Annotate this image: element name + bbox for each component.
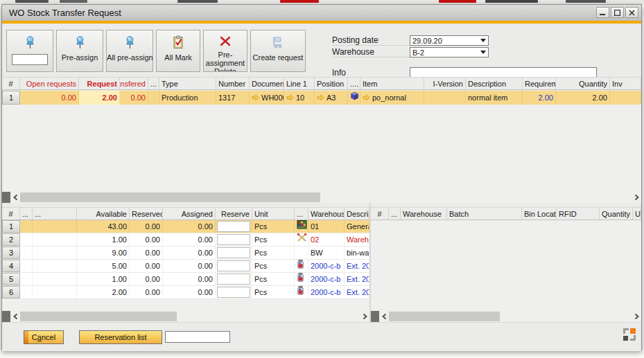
col-i-version[interactable]: I-Version (424, 78, 466, 89)
col-row-number[interactable]: # (2, 78, 20, 89)
pre-assign-button[interactable]: Pre-assign (56, 30, 103, 72)
row-number-button[interactable]: 5 (2, 273, 20, 285)
row-number-button[interactable]: 2 (2, 233, 20, 246)
scrollbar-track[interactable] (20, 192, 632, 203)
col-line-1[interactable]: Line 1 (284, 78, 315, 89)
reservation-list-button[interactable]: Reservation list (79, 330, 162, 344)
reserve-input[interactable] (217, 247, 250, 258)
cell-reserve (216, 260, 252, 272)
col-type[interactable]: Type (159, 78, 216, 89)
row-number-button[interactable]: 4 (2, 260, 20, 272)
col-reserve[interactable]: Reserve (216, 208, 252, 220)
col-dots[interactable]: ... (389, 208, 401, 220)
scroll-right-button[interactable] (360, 311, 369, 322)
all-pre-assign-button[interactable]: All pre-assign (106, 30, 153, 72)
col-dots[interactable]: ... (148, 78, 159, 89)
reserve-input[interactable] (217, 234, 250, 245)
link-arrow-icon[interactable] (286, 94, 294, 101)
scroll-right-button[interactable] (632, 311, 641, 322)
reserve-input[interactable] (217, 287, 250, 298)
scrollbar-thumb[interactable] (389, 312, 500, 321)
scroll-left-button[interactable] (379, 311, 389, 322)
col-available[interactable]: Available (77, 208, 130, 220)
close-button[interactable] (625, 7, 638, 18)
maximize-button[interactable] (611, 7, 624, 18)
table-row[interactable]: 1 0.00 2.00 0.00 Production 1317 WH000 1… (2, 91, 641, 105)
all-mark-button[interactable]: All Mark (156, 30, 200, 72)
col-description[interactable]: Descriptio (345, 208, 369, 220)
col-item[interactable]: Item (360, 78, 424, 89)
reserve-input[interactable] (217, 274, 250, 285)
col-open-requests[interactable]: Open requests (20, 78, 79, 89)
col-description[interactable]: Description (466, 78, 523, 89)
col-position[interactable]: Position (315, 78, 348, 89)
warehouse-dropdown[interactable]: B-2 (410, 47, 489, 57)
scrollbar-track[interactable] (20, 311, 360, 322)
table-row[interactable]: 2 1.00 0.00 0.00 Pcs 02 Warehous (2, 233, 369, 247)
col-uom[interactable]: Uo (633, 208, 641, 220)
col-row-number[interactable]: # (2, 208, 20, 220)
line-link[interactable]: 10 (296, 91, 304, 105)
col-rfid[interactable]: RFID (557, 208, 600, 220)
table-row[interactable]: 3 9.00 0.00 0.00 Pcs BW bin-wareh (2, 247, 369, 260)
col-dots[interactable]: ... (33, 208, 77, 220)
position-link[interactable]: A3 (327, 91, 336, 105)
cell-warehouse: 2000-c-b (308, 286, 345, 298)
cancel-button[interactable]: Cancel (24, 330, 64, 344)
row-number-button[interactable]: 1 (2, 91, 20, 105)
footer-input[interactable] (165, 331, 230, 343)
app-logo-icon (623, 328, 636, 341)
col-unit[interactable]: Unit (252, 208, 295, 220)
col-warehouse[interactable]: Warehous (308, 208, 345, 220)
posting-date-dropdown[interactable]: 29.09.20 (410, 35, 489, 46)
item-link[interactable]: po_nornal (372, 91, 406, 105)
link-arrow-icon[interactable] (363, 94, 370, 101)
col-requirement[interactable]: Requirement (523, 78, 556, 89)
scroll-right-button[interactable] (632, 192, 641, 203)
scrollbar-thumb[interactable] (20, 193, 320, 202)
col-reserved[interactable]: Reserved (130, 208, 163, 220)
col-request[interactable]: Request (79, 78, 120, 89)
pre-assignment-delete-button[interactable]: Pre-assignment Delete (203, 30, 247, 72)
row-number-button[interactable]: 1 (2, 220, 20, 233)
row-number-button[interactable]: 3 (2, 247, 20, 259)
table-row[interactable]: 6 2.00 0.00 0.00 Pcs 2000-c-b Ext. 2000- (2, 286, 369, 299)
link-arrow-icon[interactable] (252, 94, 259, 101)
col-quantity[interactable]: Quantity (556, 78, 610, 89)
minimize-button[interactable] (596, 7, 609, 18)
col-assigned[interactable]: Assigned (163, 208, 216, 220)
scrollbar-thumb[interactable] (20, 312, 177, 321)
col-document[interactable]: Document (250, 78, 284, 89)
col-dots[interactable]: ... (295, 208, 308, 220)
col-row-number[interactable]: # (371, 208, 389, 220)
warehouse-crate-icon (297, 220, 307, 233)
create-request-button[interactable]: Create request (250, 30, 306, 72)
col-dots[interactable]: ... (20, 208, 33, 220)
col-number[interactable]: Number (216, 78, 250, 89)
document-link[interactable]: WH000 (261, 91, 284, 105)
scroll-left-button[interactable] (10, 192, 20, 203)
col-inv[interactable]: Inv (610, 78, 641, 89)
jar-icon (297, 260, 304, 272)
assign-blank-button[interactable] (6, 30, 53, 72)
cell-dots (20, 286, 33, 298)
col-batch[interactable]: Batch (447, 208, 522, 220)
table-row[interactable]: 5 1.00 0.00 0.00 Pcs 2000-c-b Ext. 2000- (2, 273, 369, 286)
table-row[interactable]: 1 43.00 0.00 0.00 Pcs 01 General W (2, 220, 369, 233)
link-arrow-icon[interactable] (317, 94, 324, 101)
scrollbar-track[interactable] (389, 311, 632, 322)
cell-reserved: 0.00 (130, 220, 163, 233)
row-number-button[interactable]: 6 (2, 286, 20, 298)
col-bin-location[interactable]: Bin Locatio (522, 208, 557, 220)
col-quantity[interactable]: Quantity (600, 208, 633, 220)
reserve-input[interactable] (217, 221, 250, 232)
table-row[interactable]: 4 5.00 0.00 0.00 Pcs 2000-c-b Ext. 2000- (2, 260, 369, 273)
col-warehouse[interactable]: Warehouse (401, 208, 447, 220)
cell-request-input[interactable]: 2.00 (79, 91, 120, 105)
chevron-left-icon (13, 313, 18, 320)
col-item-type[interactable]: .... (348, 78, 360, 89)
reserve-input[interactable] (217, 260, 250, 271)
col-transfered[interactable]: Transfered (120, 78, 148, 89)
scroll-left-button[interactable] (10, 311, 20, 322)
assign-quantity-field[interactable] (12, 54, 48, 65)
